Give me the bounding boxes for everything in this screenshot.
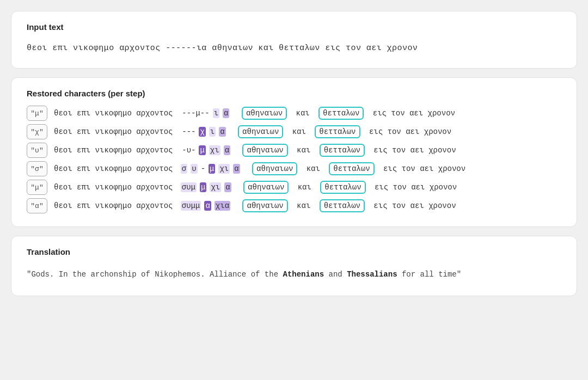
char-badge-5: "μ"	[27, 180, 47, 195]
thessalians-word: Thessalians	[347, 270, 397, 279]
char-badge-4: "σ"	[27, 161, 47, 176]
translation-card: Translation "Gods. In the archonship of …	[11, 236, 577, 296]
row-text-1: θεοι επι νικοφημο αρχοντος ---μ--ια αθην…	[54, 107, 455, 120]
restored-card: Restored characters (per step) "μ" θεοι …	[11, 77, 577, 227]
row-text-3: θεοι επι νικοφημο αρχοντος -υ-μχια αθηνα…	[54, 144, 456, 157]
input-text-card: Input text θεοι επι νικοφημο αρχοντος --…	[11, 11, 577, 69]
table-row: "σ" θεοι επι νικοφημο αρχοντος συ-μχια α…	[27, 161, 561, 176]
char-badge-6: "α"	[27, 198, 47, 213]
table-row: "μ" θεοι επι νικοφημο αρχοντος συμμχια α…	[27, 180, 561, 195]
restored-rows: "μ" θεοι επι νικοφημο αρχοντος ---μ--ια …	[27, 106, 561, 213]
input-text-content: θεοι επι νικοφημο αρχοντος ------ια αθην…	[27, 39, 561, 57]
translation-content: "Gods. In the archonship of Nikophemos. …	[27, 264, 561, 285]
row-text-6: θεοι επι νικοφημο αρχοντος συμμαχια αθην…	[54, 199, 456, 212]
char-badge-2: "χ"	[27, 124, 47, 139]
restored-title: Restored characters (per step)	[27, 89, 561, 98]
table-row: "χ" θεοι επι νικοφημο αρχοντος ---χια αθ…	[27, 124, 561, 139]
table-row: "υ" θεοι επι νικοφημο αρχοντος -υ-μχια α…	[27, 143, 561, 158]
translation-text-before: "Gods. In the archonship of Nikophemos. …	[27, 270, 283, 279]
row-text-4: θεοι επι νικοφημο αρχοντος συ-μχια αθηνα…	[54, 162, 465, 175]
table-row: "μ" θεοι επι νικοφημο αρχοντος ---μ--ια …	[27, 106, 561, 121]
athenians-word: Athenians	[283, 270, 324, 279]
translation-text-after: for all time"	[397, 270, 462, 279]
input-text-title: Input text	[27, 22, 561, 32]
translation-text-middle: and	[324, 270, 347, 279]
char-badge-1: "μ"	[27, 106, 47, 121]
translation-title: Translation	[27, 247, 561, 256]
table-row: "α" θεοι επι νικοφημο αρχοντος συμμαχια …	[27, 198, 561, 213]
row-text-2: θεοι επι νικοφημο αρχοντος ---χια αθηναι…	[54, 125, 451, 138]
char-badge-3: "υ"	[27, 143, 47, 158]
row-text-5: θεοι επι νικοφημο αρχοντος συμμχια αθηνα…	[54, 181, 457, 194]
